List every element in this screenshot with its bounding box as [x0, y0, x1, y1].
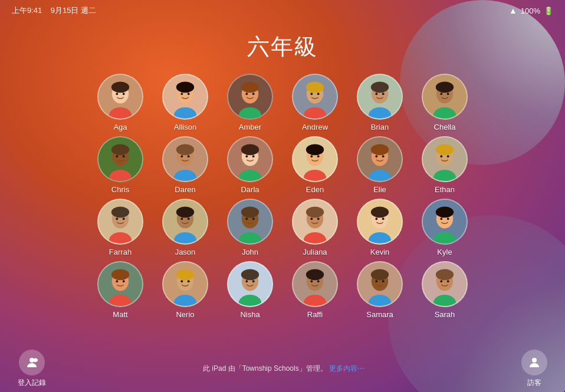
svg-point-28 [375, 93, 377, 95]
user-name-kyle: Kyle [437, 248, 452, 256]
user-name-juliana: Juliana [303, 248, 327, 256]
user-name-chella: Chella [434, 123, 456, 131]
svg-point-95 [317, 218, 320, 220]
user-item-jason[interactable]: Jason [156, 199, 215, 256]
svg-point-88 [245, 218, 248, 220]
guest-button[interactable]: 訪客 [521, 350, 547, 388]
avatar-farrah [97, 199, 143, 245]
user-item-samara[interactable]: Samara [350, 261, 409, 319]
svg-point-10 [180, 93, 183, 95]
user-item-elie[interactable]: Elie [350, 136, 409, 194]
svg-point-131 [317, 280, 320, 282]
login-records-label: 登入記錄 [18, 378, 46, 388]
user-item-brian[interactable]: Brian [350, 74, 409, 131]
status-right: ▲ 100% 🔋 [509, 6, 553, 15]
avatar-juliana [292, 199, 338, 245]
user-item-nisha[interactable]: Nisha [221, 261, 280, 319]
user-item-aga[interactable]: Aga [91, 74, 150, 131]
user-name-andrew: Andrew [302, 123, 328, 131]
svg-point-76 [116, 218, 118, 220]
svg-point-40 [116, 155, 118, 157]
user-name-brian: Brian [371, 123, 389, 131]
user-item-daren[interactable]: Daren [156, 136, 215, 194]
user-item-chella[interactable]: Chella [415, 74, 474, 131]
svg-point-111 [111, 269, 129, 280]
avatar-chris [97, 136, 143, 182]
svg-point-100 [375, 218, 377, 220]
svg-point-137 [382, 280, 385, 282]
user-item-matt[interactable]: Matt [91, 261, 150, 319]
user-item-eden[interactable]: Eden [285, 136, 344, 194]
svg-point-9 [176, 81, 194, 93]
user-item-andrew[interactable]: Andrew [285, 74, 344, 131]
svg-point-130 [310, 280, 313, 282]
svg-point-83 [188, 218, 190, 220]
user-item-sarah[interactable]: Sarah [415, 261, 474, 319]
user-item-chris[interactable]: Chris [91, 136, 150, 194]
avatar-chella [422, 74, 468, 120]
user-item-ethan[interactable]: Ethan [415, 136, 474, 194]
user-item-darla[interactable]: Darla [221, 136, 280, 194]
svg-point-69 [436, 144, 454, 155]
user-item-amber[interactable]: Amber [221, 74, 280, 131]
user-item-kevin[interactable]: Kevin [350, 199, 409, 256]
user-name-farrah: Farrah [109, 248, 132, 256]
svg-point-4 [116, 93, 118, 95]
user-name-john: John [242, 248, 258, 256]
svg-point-46 [180, 155, 183, 157]
user-name-nerio: Nerio [176, 310, 194, 319]
svg-point-77 [123, 218, 125, 220]
svg-point-146 [532, 358, 537, 363]
user-name-ethan: Ethan [435, 185, 455, 194]
user-item-nerio[interactable]: Nerio [156, 261, 215, 319]
svg-point-136 [375, 280, 377, 282]
management-text: 此 iPad 由「Township Schools」管理。 [203, 364, 327, 373]
user-item-kyle[interactable]: Kyle [415, 199, 474, 256]
svg-point-107 [447, 218, 449, 220]
users-grid: AgaAllisonAmberAndrewBrianChellaChrisDar… [91, 74, 474, 319]
svg-point-93 [306, 206, 324, 218]
avatar-kyle [422, 199, 468, 245]
svg-point-5 [123, 93, 125, 95]
svg-point-75 [111, 206, 129, 218]
bottom-center-text: 此 iPad 由「Township Schools」管理。 更多內容⋯ [203, 364, 364, 374]
battery-icon: 🔋 [544, 6, 553, 15]
svg-point-47 [188, 155, 190, 157]
svg-point-70 [440, 155, 442, 157]
avatar-darla [227, 136, 273, 182]
user-item-john[interactable]: John [221, 199, 280, 256]
more-info-link[interactable]: 更多內容⋯ [329, 364, 364, 373]
login-records-icon [19, 350, 45, 375]
wifi-icon: ▲ [509, 6, 517, 15]
svg-point-142 [440, 280, 442, 282]
user-item-raffi[interactable]: Raffi [285, 261, 344, 319]
svg-point-106 [440, 218, 442, 220]
svg-point-64 [375, 155, 377, 157]
svg-point-81 [176, 206, 194, 218]
svg-point-125 [252, 280, 255, 282]
svg-point-58 [310, 155, 313, 157]
user-name-samara: Samara [366, 310, 393, 319]
avatar-daren [162, 136, 208, 182]
svg-point-59 [317, 155, 320, 157]
svg-point-89 [252, 218, 255, 220]
avatar-ethan [422, 136, 468, 182]
login-records-button[interactable]: 登入記錄 [18, 350, 46, 388]
user-name-kevin: Kevin [370, 248, 390, 256]
avatar-andrew [292, 74, 338, 120]
svg-point-29 [382, 93, 385, 95]
avatar-jason [162, 199, 208, 245]
user-item-juliana[interactable]: Juliana [285, 199, 344, 256]
svg-point-141 [436, 269, 454, 280]
avatar-elie [357, 136, 403, 182]
guest-label: 訪客 [527, 378, 541, 388]
user-name-darla: Darla [241, 185, 259, 194]
avatar-allison [162, 74, 208, 120]
user-item-allison[interactable]: Allison [156, 74, 215, 131]
avatar-kevin [357, 199, 403, 245]
svg-point-51 [241, 144, 259, 155]
bottom-bar: 登入記錄 此 iPad 由「Township Schools」管理。 更多內容⋯… [0, 345, 565, 392]
user-item-farrah[interactable]: Farrah [91, 199, 150, 256]
svg-point-15 [241, 81, 259, 93]
svg-point-99 [371, 206, 389, 218]
